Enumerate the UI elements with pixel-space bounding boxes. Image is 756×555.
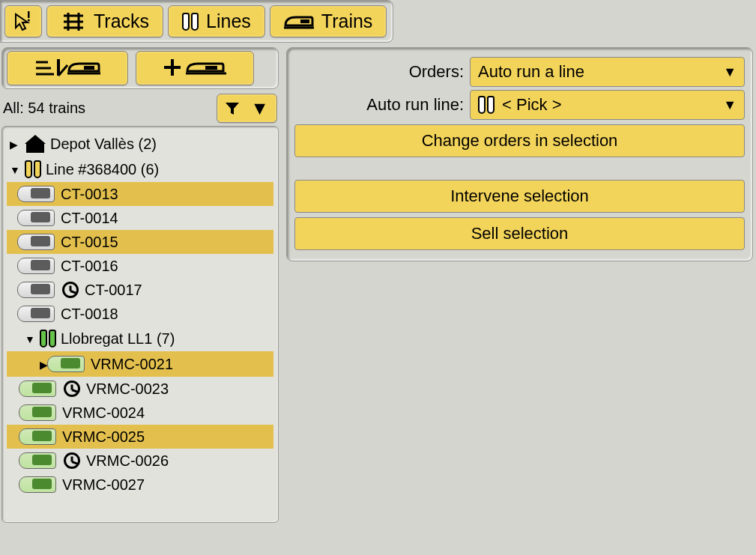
list-train-icon xyxy=(34,58,100,79)
train-sprite-icon xyxy=(47,356,85,372)
tree-train-row[interactable]: VRMC-0027 xyxy=(7,473,273,497)
filter-button[interactable]: ▼ xyxy=(217,94,277,123)
train-icon xyxy=(284,13,314,31)
depot-label: Depot Vallès (2) xyxy=(50,135,157,153)
autorun-select[interactable]: < Pick > ▼ xyxy=(470,90,745,120)
svg-rect-17 xyxy=(205,66,217,70)
tab-lines-label: Lines xyxy=(206,10,251,32)
lines-icon xyxy=(478,96,495,114)
train-id-label: CT-0015 xyxy=(61,233,118,251)
tab-trains[interactable]: Trains xyxy=(270,5,387,37)
change-orders-button[interactable]: Change orders in selection xyxy=(294,124,745,157)
train-id-label: VRMC-0024 xyxy=(62,404,145,422)
train-id-label: VRMC-0027 xyxy=(62,476,145,494)
lines-icon xyxy=(182,13,199,31)
svg-rect-13 xyxy=(84,66,94,70)
tab-tracks[interactable]: Tracks xyxy=(46,5,163,37)
train-sprite-icon xyxy=(19,428,56,445)
line-flag-icon xyxy=(40,330,56,348)
line-label: Line #368400 (6) xyxy=(46,160,159,178)
train-count-label: All: 54 trains xyxy=(3,100,85,117)
train-list-button[interactable] xyxy=(7,51,128,85)
train-id-label: CT-0017 xyxy=(85,281,142,299)
tree-train-row[interactable]: CT-0017 xyxy=(7,278,273,302)
train-id-label: CT-0016 xyxy=(61,257,118,275)
tab-tracks-label: Tracks xyxy=(94,10,149,32)
line-flag-icon xyxy=(25,160,41,178)
info-cursor-button[interactable] xyxy=(4,5,42,37)
tab-lines[interactable]: Lines xyxy=(168,5,265,37)
tree-line-row[interactable]: Llobregat LL1 (7) xyxy=(7,326,273,351)
train-id-label: VRMC-0021 xyxy=(91,355,173,373)
train-sprite-icon xyxy=(17,258,55,274)
disclosure-closed-icon[interactable] xyxy=(10,134,20,154)
tree-train-row[interactable]: VRMC-0026 xyxy=(7,449,273,473)
train-sprite-icon xyxy=(17,282,55,298)
tree-train-row[interactable]: CT-0015 xyxy=(7,230,273,254)
train-id-label: VRMC-0023 xyxy=(86,380,169,398)
tab-trains-label: Trains xyxy=(321,10,373,32)
train-sprite-icon xyxy=(17,306,55,322)
tree-train-row[interactable]: CT-0016 xyxy=(7,254,273,278)
sell-button[interactable]: Sell selection xyxy=(294,217,745,250)
tracks-icon xyxy=(61,11,86,32)
clock-icon xyxy=(64,380,80,397)
tree-train-row[interactable]: VRMC-0025 xyxy=(7,425,273,449)
orders-select[interactable]: Auto run a line ▼ xyxy=(470,57,745,87)
clock-icon xyxy=(64,452,80,469)
orders-select-value: Auto run a line xyxy=(478,62,584,82)
train-id-label: CT-0018 xyxy=(61,305,118,323)
line-label: Llobregat LL1 (7) xyxy=(61,330,175,348)
clock-icon xyxy=(62,282,79,298)
cursor-info-icon xyxy=(13,11,34,32)
train-sprite-icon xyxy=(19,380,56,397)
tree-depot-row[interactable]: Depot Vallès (2) xyxy=(7,131,273,157)
train-sprite-icon xyxy=(19,404,56,421)
train-sprite-icon xyxy=(19,476,56,493)
plus-train-icon xyxy=(163,58,226,79)
train-sprite-icon xyxy=(19,452,56,469)
chevron-down-icon: ▼ xyxy=(723,97,737,113)
tree-line-row[interactable]: Line #368400 (6) xyxy=(7,157,273,182)
train-sprite-icon xyxy=(17,234,55,250)
autorun-select-value: < Pick > xyxy=(502,95,561,115)
tree-train-row[interactable]: CT-0013 xyxy=(7,182,273,206)
orders-label: Orders: xyxy=(294,62,464,82)
tree-train-row[interactable]: CT-0018 xyxy=(7,302,273,326)
intervene-button[interactable]: Intervene selection xyxy=(294,180,745,213)
train-sprite-icon xyxy=(17,210,55,226)
svg-rect-0 xyxy=(28,11,30,18)
disclosure-open-icon[interactable] xyxy=(10,160,20,179)
train-sprite-icon xyxy=(17,186,55,202)
train-id-label: CT-0014 xyxy=(61,209,118,227)
funnel-icon xyxy=(225,101,240,116)
svg-point-1 xyxy=(28,19,30,21)
tree-train-row[interactable]: CT-0014 xyxy=(7,206,273,230)
train-id-label: VRMC-0026 xyxy=(86,452,169,470)
tree-train-row[interactable]: VRMC-0023 xyxy=(7,377,273,401)
svg-rect-8 xyxy=(300,19,309,23)
disclosure-open-icon[interactable] xyxy=(25,329,35,348)
train-id-label: CT-0013 xyxy=(61,185,118,203)
depot-icon xyxy=(25,135,46,153)
tree-train-row[interactable]: VRMC-0021 xyxy=(7,351,273,377)
chevron-down-icon: ▼ xyxy=(250,97,269,119)
autorun-label: Auto run line: xyxy=(294,95,464,115)
chevron-down-icon: ▼ xyxy=(723,64,737,80)
train-tree[interactable]: Depot Vallès (2)Line #368400 (6)CT-0013C… xyxy=(1,126,279,523)
tree-train-row[interactable]: VRMC-0024 xyxy=(7,401,273,425)
add-train-button[interactable] xyxy=(136,51,254,85)
train-id-label: VRMC-0025 xyxy=(62,428,145,446)
